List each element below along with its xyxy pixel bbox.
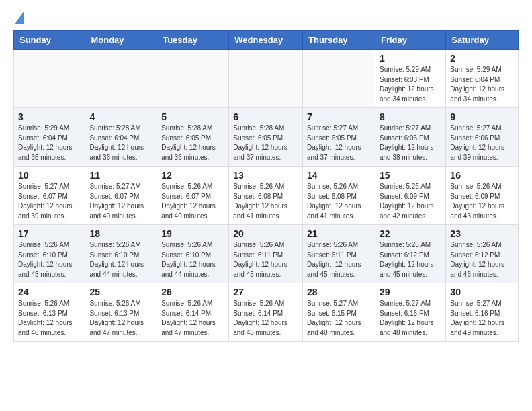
day-info: Sunrise: 5:28 AM Sunset: 6:04 PM Dayligh… [89, 124, 152, 163]
calendar-cell: 10Sunrise: 5:27 AM Sunset: 6:07 PM Dayli… [14, 167, 85, 225]
col-header-sunday: Sunday [14, 31, 85, 50]
day-number: 27 [233, 287, 298, 298]
calendar-cell: 1Sunrise: 5:29 AM Sunset: 6:03 PM Daylig… [375, 50, 445, 108]
day-info: Sunrise: 5:27 AM Sunset: 6:07 PM Dayligh… [89, 182, 152, 221]
calendar-table: SundayMondayTuesdayWednesdayThursdayFrid… [13, 30, 519, 342]
day-info: Sunrise: 5:27 AM Sunset: 6:16 PM Dayligh… [450, 299, 514, 338]
calendar-week-2: 3Sunrise: 5:29 AM Sunset: 6:04 PM Daylig… [14, 108, 519, 167]
day-info: Sunrise: 5:29 AM Sunset: 6:04 PM Dayligh… [18, 124, 81, 163]
calendar-cell: 3Sunrise: 5:29 AM Sunset: 6:04 PM Daylig… [14, 108, 85, 167]
day-number: 18 [89, 228, 152, 239]
day-number: 23 [450, 228, 514, 239]
day-number: 22 [380, 228, 441, 239]
calendar-cell: 6Sunrise: 5:28 AM Sunset: 6:05 PM Daylig… [229, 108, 303, 167]
day-info: Sunrise: 5:26 AM Sunset: 6:07 PM Dayligh… [161, 182, 224, 221]
col-header-wednesday: Wednesday [229, 31, 303, 50]
day-info: Sunrise: 5:26 AM Sunset: 6:09 PM Dayligh… [450, 182, 514, 221]
calendar-cell: 24Sunrise: 5:26 AM Sunset: 6:13 PM Dayli… [14, 283, 85, 342]
calendar-cell: 20Sunrise: 5:26 AM Sunset: 6:11 PM Dayli… [229, 225, 303, 283]
logo [13, 11, 24, 24]
calendar-week-4: 17Sunrise: 5:26 AM Sunset: 6:10 PM Dayli… [14, 225, 519, 283]
calendar-cell: 16Sunrise: 5:26 AM Sunset: 6:09 PM Dayli… [446, 167, 519, 225]
day-info: Sunrise: 5:26 AM Sunset: 6:10 PM Dayligh… [89, 240, 152, 279]
calendar-cell: 18Sunrise: 5:26 AM Sunset: 6:10 PM Dayli… [85, 225, 157, 283]
day-info: Sunrise: 5:28 AM Sunset: 6:05 PM Dayligh… [161, 124, 224, 163]
day-info: Sunrise: 5:26 AM Sunset: 6:09 PM Dayligh… [380, 182, 441, 221]
col-header-friday: Friday [375, 31, 445, 50]
calendar-cell: 9Sunrise: 5:27 AM Sunset: 6:06 PM Daylig… [446, 108, 519, 167]
day-number: 15 [380, 170, 441, 181]
day-info: Sunrise: 5:29 AM Sunset: 6:03 PM Dayligh… [380, 65, 441, 104]
calendar-cell: 12Sunrise: 5:26 AM Sunset: 6:07 PM Dayli… [157, 167, 229, 225]
day-number: 4 [89, 111, 152, 122]
day-info: Sunrise: 5:26 AM Sunset: 6:11 PM Dayligh… [233, 240, 298, 279]
calendar-cell: 23Sunrise: 5:26 AM Sunset: 6:12 PM Dayli… [446, 225, 519, 283]
day-number: 2 [450, 53, 514, 64]
day-number: 16 [450, 170, 514, 181]
calendar-cell: 27Sunrise: 5:26 AM Sunset: 6:14 PM Dayli… [229, 283, 303, 342]
day-info: Sunrise: 5:26 AM Sunset: 6:13 PM Dayligh… [89, 299, 152, 338]
day-number: 28 [307, 287, 371, 298]
day-info: Sunrise: 5:26 AM Sunset: 6:10 PM Dayligh… [161, 240, 224, 279]
day-info: Sunrise: 5:29 AM Sunset: 6:04 PM Dayligh… [450, 65, 514, 104]
day-number: 5 [161, 111, 224, 122]
calendar-cell: 21Sunrise: 5:26 AM Sunset: 6:11 PM Dayli… [303, 225, 375, 283]
calendar-cell [14, 50, 85, 108]
calendar-header-row: SundayMondayTuesdayWednesdayThursdayFrid… [14, 31, 519, 50]
calendar-cell: 29Sunrise: 5:27 AM Sunset: 6:16 PM Dayli… [375, 283, 445, 342]
day-number: 20 [233, 228, 298, 239]
calendar-cell: 17Sunrise: 5:26 AM Sunset: 6:10 PM Dayli… [14, 225, 85, 283]
day-number: 14 [307, 170, 371, 181]
calendar-cell [303, 50, 375, 108]
calendar-week-1: 1Sunrise: 5:29 AM Sunset: 6:03 PM Daylig… [14, 50, 519, 108]
day-info: Sunrise: 5:27 AM Sunset: 6:06 PM Dayligh… [380, 124, 441, 163]
col-header-thursday: Thursday [303, 31, 375, 50]
calendar-cell: 19Sunrise: 5:26 AM Sunset: 6:10 PM Dayli… [157, 225, 229, 283]
col-header-monday: Monday [85, 31, 157, 50]
calendar-cell: 8Sunrise: 5:27 AM Sunset: 6:06 PM Daylig… [375, 108, 445, 167]
calendar-cell: 7Sunrise: 5:27 AM Sunset: 6:05 PM Daylig… [303, 108, 375, 167]
calendar-cell: 22Sunrise: 5:26 AM Sunset: 6:12 PM Dayli… [375, 225, 445, 283]
day-number: 21 [307, 228, 371, 239]
day-number: 25 [89, 287, 152, 298]
day-info: Sunrise: 5:26 AM Sunset: 6:12 PM Dayligh… [380, 240, 441, 279]
calendar-week-5: 24Sunrise: 5:26 AM Sunset: 6:13 PM Dayli… [14, 283, 519, 342]
day-number: 10 [18, 170, 81, 181]
day-number: 24 [18, 287, 81, 298]
day-info: Sunrise: 5:26 AM Sunset: 6:08 PM Dayligh… [307, 182, 371, 221]
calendar-cell: 11Sunrise: 5:27 AM Sunset: 6:07 PM Dayli… [85, 167, 157, 225]
day-info: Sunrise: 5:27 AM Sunset: 6:06 PM Dayligh… [450, 124, 514, 163]
day-number: 12 [161, 170, 224, 181]
day-info: Sunrise: 5:27 AM Sunset: 6:07 PM Dayligh… [18, 182, 81, 221]
day-info: Sunrise: 5:27 AM Sunset: 6:15 PM Dayligh… [307, 299, 371, 338]
day-info: Sunrise: 5:26 AM Sunset: 6:10 PM Dayligh… [18, 240, 81, 279]
day-info: Sunrise: 5:26 AM Sunset: 6:14 PM Dayligh… [161, 299, 224, 338]
calendar-cell: 5Sunrise: 5:28 AM Sunset: 6:05 PM Daylig… [157, 108, 229, 167]
calendar-cell: 15Sunrise: 5:26 AM Sunset: 6:09 PM Dayli… [375, 167, 445, 225]
day-number: 13 [233, 170, 298, 181]
day-number: 6 [233, 111, 298, 122]
header [13, 11, 519, 24]
day-number: 30 [450, 287, 514, 298]
calendar-cell: 13Sunrise: 5:26 AM Sunset: 6:08 PM Dayli… [229, 167, 303, 225]
calendar-cell: 30Sunrise: 5:27 AM Sunset: 6:16 PM Dayli… [446, 283, 519, 342]
calendar-cell: 28Sunrise: 5:27 AM Sunset: 6:15 PM Dayli… [303, 283, 375, 342]
day-info: Sunrise: 5:26 AM Sunset: 6:13 PM Dayligh… [18, 299, 81, 338]
day-info: Sunrise: 5:27 AM Sunset: 6:16 PM Dayligh… [380, 299, 441, 338]
calendar-cell [157, 50, 229, 108]
col-header-saturday: Saturday [446, 31, 519, 50]
calendar-cell: 25Sunrise: 5:26 AM Sunset: 6:13 PM Dayli… [85, 283, 157, 342]
day-number: 3 [18, 111, 81, 122]
day-number: 1 [380, 53, 441, 64]
day-info: Sunrise: 5:26 AM Sunset: 6:14 PM Dayligh… [233, 299, 298, 338]
day-info: Sunrise: 5:27 AM Sunset: 6:05 PM Dayligh… [307, 124, 371, 163]
day-number: 29 [380, 287, 441, 298]
page: SundayMondayTuesdayWednesdayThursdayFrid… [0, 0, 532, 353]
day-info: Sunrise: 5:26 AM Sunset: 6:08 PM Dayligh… [233, 182, 298, 221]
day-number: 26 [161, 287, 224, 298]
col-header-tuesday: Tuesday [157, 31, 229, 50]
day-number: 19 [161, 228, 224, 239]
day-number: 9 [450, 111, 514, 122]
calendar-week-3: 10Sunrise: 5:27 AM Sunset: 6:07 PM Dayli… [14, 167, 519, 225]
day-number: 7 [307, 111, 371, 122]
